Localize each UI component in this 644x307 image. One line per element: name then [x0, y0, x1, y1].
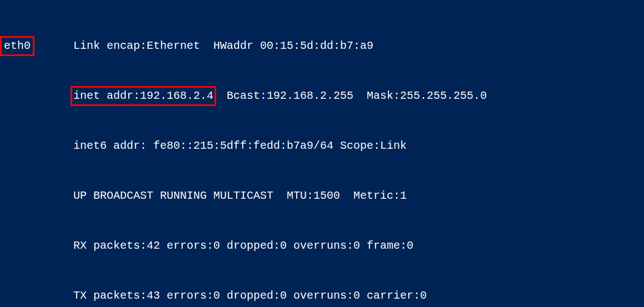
link-encap-line: Link encap:Ethernet HWaddr 00:15:5d:dd:b… [73, 38, 644, 54]
terminal-line: inet addr:192.168.2.4 Bcast:192.168.2.25… [0, 88, 644, 104]
inet-addr-rest: Bcast:192.168.2.255 Mask:255.255.255.0 [213, 89, 487, 102]
tx-packets-line: TX packets:43 errors:0 dropped:0 overrun… [73, 288, 644, 304]
interface-eth0: eth0Link encap:Ethernet HWaddr 00:15:5d:… [0, 4, 644, 307]
interface-name-col [0, 238, 73, 254]
interface-name-col [0, 188, 73, 204]
terminal-line: RX packets:42 errors:0 dropped:0 overrun… [0, 238, 644, 254]
interface-name-col [0, 288, 73, 304]
flags-line: UP BROADCAST RUNNING MULTICAST MTU:1500 … [73, 188, 644, 204]
terminal-line: TX packets:43 errors:0 dropped:0 overrun… [0, 288, 644, 304]
terminal-line: eth0Link encap:Ethernet HWaddr 00:15:5d:… [0, 38, 644, 54]
inet-addr-line: inet addr:192.168.2.4 Bcast:192.168.2.25… [73, 88, 644, 104]
interface-name-col [0, 88, 73, 104]
rx-packets-line: RX packets:42 errors:0 dropped:0 overrun… [73, 238, 644, 254]
inet-addr-highlight: inet addr:192.168.2.4 [71, 86, 216, 106]
interface-name-col: eth0 [0, 38, 73, 54]
interface-name-highlight: eth0 [0, 36, 34, 56]
inet6-addr-line: inet6 addr: fe80::215:5dff:fedd:b7a9/64 … [73, 138, 644, 154]
interface-name-col [0, 138, 73, 154]
terminal-line: inet6 addr: fe80::215:5dff:fedd:b7a9/64 … [0, 138, 644, 154]
terminal-line: UP BROADCAST RUNNING MULTICAST MTU:1500 … [0, 188, 644, 204]
